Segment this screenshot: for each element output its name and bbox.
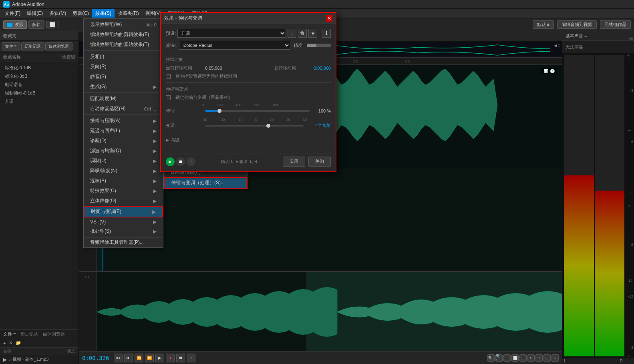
precision-slider[interactable] xyxy=(307,44,331,47)
invert-item[interactable]: 反相(I) xyxy=(84,52,163,62)
zoom-fit-btn[interactable]: □ xyxy=(503,354,511,362)
overview-btn[interactable]: ◀ xyxy=(554,43,557,48)
effect-menu[interactable]: 显示效果组(W) Alt+0 编辑效果组内的剪辑效果(F) 编辑效果组内的音轨效… xyxy=(83,18,163,248)
meter-fill-r xyxy=(595,191,625,356)
show-effect-groups-item[interactable]: 显示效果组(W) Alt+0 xyxy=(84,20,163,30)
edit-track-effects-item[interactable]: 编辑效果组内的音轨效果(T) xyxy=(84,40,163,50)
expand-arrow[interactable]: ▶ xyxy=(3,357,7,362)
tab-media2[interactable]: 媒体浏览器 xyxy=(43,331,65,337)
menu-effect[interactable]: 效果(S) xyxy=(92,9,115,18)
go-to-end-btn[interactable]: ⏭ xyxy=(124,354,133,362)
stretch-row: 0 200 400 600 800 伸缩: 100 % xyxy=(166,103,331,114)
folder-icon[interactable]: 📁 xyxy=(16,340,21,346)
stretch-section-title: 伸缩与变调 xyxy=(166,86,331,92)
stop-btn[interactable]: ⏹ xyxy=(176,354,185,362)
zoom-h-out-btn[interactable]: ↕- xyxy=(527,354,535,362)
menu-file[interactable]: 文件(F) xyxy=(2,9,24,18)
close-btn[interactable]: 关闭 xyxy=(308,157,331,167)
edit-video-btn[interactable]: 编辑音频到视频 xyxy=(557,20,597,29)
transport-time: 0:00.326 xyxy=(82,355,109,361)
list-item: 标准化-0.1dB xyxy=(2,64,77,72)
effects-dialog[interactable]: 效果 - 伸缩与变调 ✕ 预设: 升调 ↓ 🗑 ★ ℹ 算法: iZotope … xyxy=(160,12,336,172)
preset-row: 预设: 升调 ↓ 🗑 ★ ℹ xyxy=(166,29,331,38)
divider4 xyxy=(166,148,331,148)
preset-select[interactable]: 升调 xyxy=(177,29,286,38)
plugin-manager-item[interactable]: 音频增效工具管理器(P)... xyxy=(84,237,163,247)
share-btn[interactable]: ↑ xyxy=(187,354,195,362)
prev-btn[interactable]: ⏪ xyxy=(135,354,143,362)
wireless-btn[interactable]: 无线电作品 xyxy=(600,20,631,29)
menu-favorites[interactable]: 收藏夹(R) xyxy=(115,9,142,18)
zoom-sel-btn[interactable]: ⊡ xyxy=(519,354,527,362)
apply-btn[interactable]: 应用 xyxy=(283,157,305,167)
toolbar-btn3[interactable]: ⬜ xyxy=(46,21,55,28)
file-name[interactable]: 视频 - 副本_1.mp3 xyxy=(12,356,48,362)
advanced-row[interactable]: ▶ 高级 xyxy=(166,135,331,145)
lock-stretch-row: 锁定伸缩与变调（重新采样） xyxy=(166,95,331,101)
zoom-out-btn[interactable]: 🔍- xyxy=(487,354,495,362)
diagnostics-item[interactable]: 诊断(D)▶ xyxy=(84,136,163,146)
play-btn[interactable]: ▶ xyxy=(155,354,164,362)
zoom-h-fit-btn[interactable]: ⊞ xyxy=(543,354,551,362)
preview-export-btn[interactable]: ↑ xyxy=(187,157,195,166)
preview-play-btn[interactable]: ▶ xyxy=(166,157,175,166)
silence-item[interactable]: 静音(S) xyxy=(84,72,163,82)
zoom-in-btn[interactable]: 🔍+ xyxy=(495,354,503,362)
stretch-slider-track[interactable] xyxy=(205,110,310,112)
favorite-btn[interactable]: ★ xyxy=(308,29,317,38)
waveform-btn[interactable]: 波形 xyxy=(3,20,27,29)
time-pitch-item[interactable]: 时间与变调(E)▶ xyxy=(84,206,163,217)
menu-edit[interactable]: 编辑(E) xyxy=(24,9,46,18)
amplitude-item[interactable]: 振幅与压限(A)▶ xyxy=(84,116,163,126)
zoom-h-in-btn[interactable]: ↕+ xyxy=(535,354,543,362)
menu-multitrack[interactable]: 多轨(M) xyxy=(46,9,69,18)
auto-heal-item[interactable]: 自动修复选区(H) Ctrl+U xyxy=(84,104,163,114)
multitrack-btn[interactable]: 多轨 xyxy=(28,20,44,29)
tab-files[interactable]: 文件 ≡ xyxy=(3,331,16,337)
generate-item[interactable]: 生成(G)▶ xyxy=(84,82,163,92)
stretch-slider-thumb[interactable] xyxy=(217,109,221,113)
delete-icon[interactable]: ✕ xyxy=(9,340,12,346)
tab-media[interactable]: 媒体浏览器 xyxy=(45,42,72,50)
ruler-mark: 5.0 xyxy=(353,59,358,63)
dialog-body: 预设: 升调 ↓ 🗑 ★ ℹ 算法: iZotope Radius 精度: 持续… xyxy=(161,24,336,171)
stereo-item[interactable]: 立体声像(O)▶ xyxy=(84,196,163,206)
match-loudness-item[interactable]: 匹配响度(M) xyxy=(84,94,163,104)
tab-history2[interactable]: 历史记录 xyxy=(20,331,38,337)
dialog-titlebar: 效果 - 伸缩与变调 ✕ xyxy=(161,13,336,24)
reverse-item[interactable]: 反向(R) xyxy=(84,62,163,72)
edit-clip-effects-item[interactable]: 编辑效果组内的剪辑效果(F) xyxy=(84,30,163,40)
record-btn[interactable]: ● xyxy=(166,354,175,362)
special-item[interactable]: 特殊效果(C)▶ xyxy=(84,186,163,196)
overview-btn2[interactable]: □ xyxy=(558,43,560,48)
filter-item[interactable]: 滤波与均衡(Q)▶ xyxy=(84,146,163,156)
transpose-slider-thumb[interactable] xyxy=(266,124,270,128)
denoise-item[interactable]: 降噪/恢复(N)▶ xyxy=(84,166,163,176)
go-to-start-btn[interactable]: ⏮ xyxy=(114,354,123,362)
default-btn[interactable]: 默认 ≡ xyxy=(533,20,554,29)
info-btn[interactable]: ℹ xyxy=(322,29,331,38)
dialog-close-btn[interactable]: ✕ xyxy=(326,15,332,22)
modulation-item[interactable]: 调制(U)▶ xyxy=(84,156,163,166)
add-icon[interactable]: + xyxy=(3,341,6,346)
delete-preset-btn[interactable]: 🗑 xyxy=(298,29,307,38)
algorithm-select[interactable]: iZotope Radius xyxy=(179,41,290,50)
batch-item[interactable]: 批处理(S)▶ xyxy=(84,226,163,236)
transpose-slider-track[interactable] xyxy=(205,125,304,127)
zoom-full-btn[interactable]: ⬜ xyxy=(511,354,519,362)
panel-tabs: 文件 ≡ 历史记录 媒体浏览器 xyxy=(0,41,78,52)
zoom-controls: 🔍- 🔍+ □ ⬜ ⊡ ↕- ↕+ ⊞ ↔ xyxy=(487,354,559,362)
lock-stretch-checkbox[interactable] xyxy=(166,95,171,100)
zoom-v-btn[interactable]: ↔ xyxy=(551,354,559,362)
save-preset-btn[interactable]: ↓ xyxy=(288,29,296,38)
vst-item[interactable]: VST(V)▶ xyxy=(84,217,163,226)
reverb-item[interactable]: 混响(B)▶ xyxy=(84,176,163,186)
tab-history[interactable]: 历史记录 xyxy=(21,42,44,50)
lock-duration-checkbox[interactable] xyxy=(166,74,171,79)
next-btn[interactable]: ⏩ xyxy=(145,354,154,362)
menu-clip[interactable]: 剪辑(C) xyxy=(69,9,92,18)
meter-label: -3 xyxy=(627,354,632,358)
delay-item[interactable]: 延迟与回声(L)▶ xyxy=(84,126,163,136)
tab-file[interactable]: 文件 ≡ xyxy=(2,42,20,50)
preview-stop-btn[interactable]: ⏹ xyxy=(176,157,185,166)
